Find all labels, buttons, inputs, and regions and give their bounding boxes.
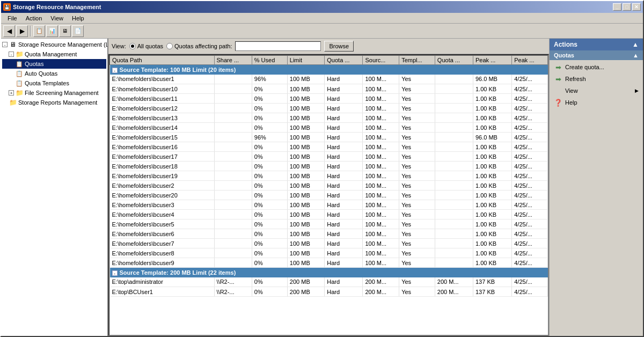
col-peak-date[interactable]: Peak ... — [512, 56, 548, 65]
path-input[interactable] — [235, 41, 321, 51]
quota-table-container[interactable]: Quota Path Share ... % Used Limit Quota … — [108, 54, 549, 336]
cell-sourceTemplate: 100 M... — [363, 239, 399, 248]
cell-templateMatch: Yes — [399, 84, 435, 94]
toolbar-btn-4[interactable]: 📄 — [72, 25, 84, 37]
col-quota-path[interactable]: Quota Path — [110, 56, 215, 65]
forward-button[interactable]: ▶ — [16, 25, 28, 37]
cell-shareName — [214, 123, 252, 133]
col-quota-status[interactable]: Quota ... — [435, 56, 473, 65]
toolbar-btn-3[interactable]: 🖥 — [59, 25, 71, 37]
cell-limit: 100 MB — [287, 258, 324, 268]
cell-templateMatch: Yes — [399, 75, 435, 84]
table-row[interactable]: E:\homefolders\bcuser80%100 MBHard100 M.… — [110, 248, 548, 258]
action-create-quota[interactable]: ➡ Create quota... — [550, 61, 643, 73]
table-row[interactable]: E:\homefolders\bcuser60%100 MBHard100 M.… — [110, 229, 548, 239]
col-template-match[interactable]: Templ... — [399, 56, 435, 65]
expander-quota-mgmt[interactable]: - — [9, 52, 14, 57]
table-row[interactable]: E:\homefolders\bcuser190%100 MBHard100 M… — [110, 171, 548, 181]
cell-limit: 100 MB — [287, 248, 324, 258]
expander-file-screening[interactable]: + — [9, 90, 14, 96]
menu-help[interactable]: Help — [68, 14, 89, 23]
tree-item-quotas[interactable]: 📋 Quotas — [2, 59, 106, 69]
tree-item-quota-mgmt[interactable]: - 📁 Quota Management — [2, 49, 106, 59]
menu-view[interactable]: View — [46, 14, 68, 23]
action-help[interactable]: ❓ Help — [550, 97, 643, 108]
cell-templateMatch: Yes — [399, 142, 435, 152]
radio-all-quotas[interactable]: All quotas — [129, 43, 163, 49]
cell-quotaPath: E:\homefolders\bcuser7 — [110, 239, 215, 248]
cell-peakDate: 4/25/... — [512, 239, 548, 248]
menu-action[interactable]: Action — [21, 14, 47, 23]
table-row[interactable]: E:\homefolders\bcuser120%100 MBHard100 M… — [110, 104, 548, 113]
table-row[interactable]: E:\homefolders\bcuser200%100 MBHard100 M… — [110, 191, 548, 200]
group-minus-icon[interactable]: - — [112, 68, 118, 73]
menu-file[interactable]: File — [3, 14, 21, 23]
toolbar-btn-2[interactable]: 📊 — [46, 25, 58, 37]
radio-path[interactable]: Quotas affecting path: — [166, 43, 232, 49]
table-group-header[interactable]: -Source Template: 100 MB Limit (20 items… — [110, 65, 548, 75]
col-share-name[interactable]: Share ... — [214, 56, 252, 65]
expander-root[interactable]: - — [2, 42, 8, 47]
cell-limit: 100 MB — [287, 162, 324, 171]
cell-peakDate: 4/25/... — [512, 287, 548, 297]
computer-icon: 🖥 — [9, 40, 17, 49]
cell-templateMatch: Yes — [399, 200, 435, 210]
table-row[interactable]: E:\homefolders\bcuser196%100 MBHard100 M… — [110, 75, 548, 84]
cell-peakDate: 4/25/... — [512, 113, 548, 123]
cell-shareName: \\R2-... — [214, 287, 252, 297]
table-row[interactable]: E:\homefolders\bcuser170%100 MBHard100 M… — [110, 152, 548, 162]
tree-item-root[interactable]: - 🖥 Storage Resource Management (Lo — [2, 40, 106, 49]
radio-btn-path[interactable] — [166, 43, 173, 49]
table-row[interactable]: E:\homefolders\bcuser160%100 MBHard100 M… — [110, 142, 548, 152]
folder-icon-quota-mgmt: 📁 — [15, 50, 24, 58]
cell-sourceTemplate: 200 M... — [363, 287, 399, 297]
table-row[interactable]: E:\top\administrator\\R2-...0%200 MBHard… — [110, 277, 548, 287]
cell-peakUsage: 137 KB — [473, 277, 511, 287]
tree-label-file-screening: File Screening Management — [25, 90, 99, 96]
actions-section-collapse-icon[interactable]: ▲ — [633, 52, 639, 58]
cell-peakUsage: 1.00 KB — [473, 239, 511, 248]
col-pct-used[interactable]: % Used — [252, 56, 287, 65]
back-button[interactable]: ◀ — [3, 25, 15, 37]
table-group-header[interactable]: -Source Template: 200 MB Limit (22 items… — [110, 268, 548, 277]
tree-item-auto-quotas[interactable]: 📋 Auto Quotas — [2, 69, 106, 78]
col-peak-usage[interactable]: Peak ... — [473, 56, 511, 65]
close-button[interactable]: ✕ — [632, 3, 641, 11]
table-row[interactable]: E:\homefolders\bcuser50%100 MBHard100 M.… — [110, 219, 548, 229]
tree-item-storage-reports[interactable]: 📁 Storage Reports Management — [2, 98, 106, 107]
minimize-button[interactable]: _ — [613, 3, 621, 11]
table-row[interactable]: E:\homefolders\bcuser40%100 MBHard100 M.… — [110, 210, 548, 219]
table-row[interactable]: E:\homefolders\bcuser90%100 MBHard100 M.… — [110, 258, 548, 268]
cell-pctUsed: 96% — [252, 133, 287, 142]
table-row[interactable]: E:\top\BCUser1\\R2-...0%200 MBHard200 M.… — [110, 287, 548, 297]
tree-item-quota-templates[interactable]: 📋 Quota Templates — [2, 78, 106, 88]
table-row[interactable]: E:\homefolders\bcuser110%100 MBHard100 M… — [110, 94, 548, 104]
toolbar-btn-1[interactable]: 📋 — [33, 25, 45, 37]
table-row[interactable]: E:\homefolders\bcuser140%100 MBHard100 M… — [110, 123, 548, 133]
radio-btn-all[interactable] — [129, 43, 136, 49]
actions-collapse-icon[interactable]: ▲ — [632, 41, 639, 48]
tree-item-file-screening[interactable]: + 📁 File Screening Management — [2, 88, 106, 98]
table-row[interactable]: E:\homefolders\bcuser70%100 MBHard100 M.… — [110, 239, 548, 248]
cell-templateMatch: Yes — [399, 123, 435, 133]
col-source-template[interactable]: Sourc... — [363, 56, 399, 65]
table-row[interactable]: E:\homefolders\bcuser100%100 MBHard100 M… — [110, 84, 548, 94]
browse-button[interactable]: Browse — [324, 41, 354, 52]
cell-quotaPath: E:\homefolders\bcuser20 — [110, 191, 215, 200]
action-refresh[interactable]: ➡ Refresh — [550, 73, 643, 85]
cell-quotaType: Hard — [325, 258, 363, 268]
table-row[interactable]: E:\homefolders\bcuser30%100 MBHard100 M.… — [110, 200, 548, 210]
table-row[interactable]: E:\homefolders\bcuser1596%100 MBHard100 … — [110, 133, 548, 142]
actions-items: ➡ Create quota... ➡ Refresh View ▶ ❓ Hel… — [550, 60, 643, 109]
cell-sourceTemplate: 100 M... — [363, 104, 399, 113]
cell-templateMatch: Yes — [399, 210, 435, 219]
maximize-button[interactable]: □ — [623, 3, 631, 11]
table-row[interactable]: E:\homefolders\bcuser180%100 MBHard100 M… — [110, 162, 548, 171]
table-row[interactable]: E:\homefolders\bcuser20%100 MBHard100 M.… — [110, 181, 548, 191]
action-view[interactable]: View ▶ — [550, 85, 643, 97]
col-quota-type[interactable]: Quota ... — [325, 56, 363, 65]
table-row[interactable]: E:\homefolders\bcuser130%100 MBHard100 M… — [110, 113, 548, 123]
group-minus-icon[interactable]: - — [112, 270, 118, 276]
col-limit[interactable]: Limit — [287, 56, 324, 65]
cell-sourceTemplate: 100 M... — [363, 258, 399, 268]
